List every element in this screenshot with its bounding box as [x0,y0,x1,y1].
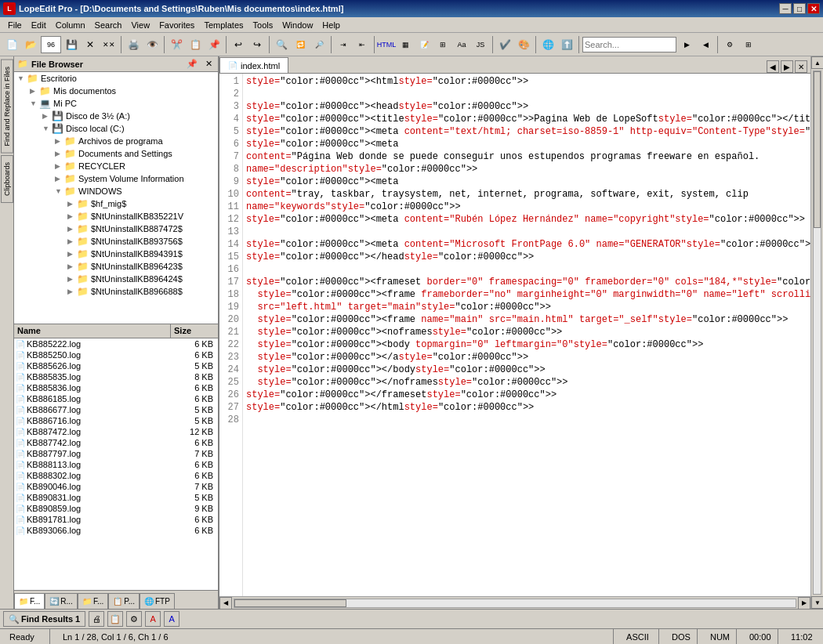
maximize-button[interactable]: □ [793,3,806,14]
tree-expander[interactable]: ▶ [67,212,77,220]
table-button[interactable]: ▦ [397,36,414,53]
menu-item-tools[interactable]: Tools [248,19,278,31]
file-list-row[interactable]: 📄KB888302.log6 KB [14,470,218,481]
tree-item[interactable]: ▶📁$NtUninstallKB887472$ [14,223,218,235]
tree-item[interactable]: ▶📁$NtUninstallKB896688$ [14,285,218,298]
fr-btn4[interactable]: A [145,611,161,627]
tab-prev-button[interactable]: ◀ [767,60,779,73]
vscroll-thumb[interactable] [814,71,821,228]
code-content[interactable]: style="color:#0000cc"><htmlstyle="color:… [243,74,810,596]
script-button[interactable]: JS [472,36,489,53]
fr-btn1[interactable]: 🖨 [89,611,104,627]
search-back-button[interactable]: ◀ [697,36,714,53]
hscroll-right[interactable]: ▶ [798,597,810,610]
tree-expander[interactable]: ▶ [67,237,77,245]
menu-item-view[interactable]: View [126,19,154,31]
upload-button[interactable]: ⬆️ [558,36,575,53]
file-list-row[interactable]: 📄KB887472.log12 KB [14,426,218,437]
tree-expander[interactable]: ▶ [67,262,77,270]
file-list-row[interactable]: 📄KB888113.log6 KB [14,459,218,470]
close-all-button[interactable]: ✕✕ [100,36,118,53]
vscroll-down[interactable]: ▼ [811,596,823,609]
preview-button[interactable]: 👁️ [143,36,161,53]
search-input[interactable] [582,37,676,52]
fb-bottom-tab-3[interactable]: 📋P... [108,593,140,609]
editor-tab-index-html[interactable]: 📄 index.html [219,57,288,73]
vscroll-up[interactable]: ▲ [811,56,823,69]
tree-expander[interactable]: ▶ [30,87,39,95]
file-list-row[interactable]: 📄KB887742.log6 KB [14,437,218,448]
tree-item[interactable]: ▼💾Disco local (C:) [14,122,218,135]
tree-expander[interactable]: ▼ [30,99,39,107]
indent-button[interactable]: ⇥ [335,36,352,53]
tree-expander[interactable]: ▶ [67,275,77,283]
tree-item[interactable]: ▼💻Mi PC [14,97,218,110]
fr-btn5[interactable]: A [164,611,179,627]
file-list-row[interactable]: 📄KB886677.log5 KB [14,404,218,415]
file-list-row[interactable]: 📄KB885250.log6 KB [14,349,218,360]
copy-button[interactable]: 📋 [187,36,204,53]
color-button[interactable]: 🎨 [515,36,532,53]
tree-item[interactable]: ▶📁System Volume Information [14,172,218,185]
menu-item-search[interactable]: Search [90,19,127,31]
paste-button[interactable]: 📌 [205,36,223,53]
fr-btn2[interactable]: 📋 [107,611,123,627]
tree-expander[interactable]: ▶ [55,162,64,170]
tree-item[interactable]: ▶📁RECYCLER [14,160,218,172]
menu-item-help[interactable]: Help [317,19,345,31]
tree-item[interactable]: ▶💾Disco de 3½ (A:) [14,110,218,122]
extra-btn2[interactable]: ⊞ [740,36,757,53]
tree-item[interactable]: ▶📁$NtUninstallKB894391$ [14,248,218,260]
tree-expander[interactable]: ▶ [67,225,77,233]
replace-button[interactable]: 🔁 [292,36,309,53]
tree-expander[interactable]: ▶ [67,250,77,258]
frame-button[interactable]: ⊞ [434,36,451,53]
code-editor[interactable]: 1234567891011121314151617181920212223242… [219,74,810,596]
file-list-row[interactable]: 📄KB885835.log8 KB [14,371,218,382]
cut-button[interactable]: ✂️ [168,36,185,53]
menu-item-window[interactable]: Window [277,19,317,31]
menu-item-favorites[interactable]: Favorites [154,19,199,31]
file-list-row[interactable]: 📄KB885626.log5 KB [14,360,218,371]
tree-expander[interactable]: ▼ [17,74,27,82]
hscroll-track[interactable] [234,599,796,608]
fr-btn3[interactable]: ⚙ [126,611,142,627]
tree-expander[interactable]: ▶ [67,200,77,208]
tree-item[interactable]: ▶📁$NtUninstallKB893756$ [14,235,218,248]
file-list-row[interactable]: 📄KB890831.log5 KB [14,492,218,503]
extra-btn1[interactable]: ⚙ [721,36,738,53]
form-button[interactable]: 📝 [415,36,433,53]
tab-next-button[interactable]: ▶ [781,60,793,73]
clipboards-tab[interactable]: Clipboards [1,155,13,203]
find-results-tab[interactable]: 🔍 Find Results 1 [3,611,85,627]
new-button[interactable]: 📄 [3,36,20,53]
tree-item[interactable]: ▼📁Escritorio [14,72,218,85]
tree-item[interactable]: ▶📁$NtUninstallKB835221V [14,210,218,223]
menu-item-file[interactable]: File [3,19,27,31]
redo-button[interactable]: ↪ [248,36,266,53]
open-button[interactable]: 📂 [22,36,39,53]
fb-bottom-tab-2[interactable]: 📁F... [78,593,108,609]
tree-item[interactable]: ▼📁WINDOWS [14,185,218,197]
menu-item-column[interactable]: Column [51,19,90,31]
editor-hscrollbar[interactable]: ◀ ▶ [219,596,810,609]
minimize-button[interactable]: ─ [779,3,792,14]
file-list-row[interactable]: 📄KB890859.log9 KB [14,503,218,514]
hscroll-thumb[interactable] [234,599,346,607]
unindent-button[interactable]: ⇤ [353,36,371,53]
tree-expander[interactable]: ▶ [55,175,64,183]
tree-item[interactable]: ▶📁Archivos de programa [14,135,218,147]
fb-pin-button[interactable]: 📌 [184,58,200,70]
menu-item-edit[interactable]: Edit [27,19,51,31]
style-button[interactable]: Aa [453,36,470,53]
fb-bottom-tab-1[interactable]: 🔄R... [45,593,78,609]
editor-vscrollbar[interactable]: ▲ ▼ [810,56,823,609]
findall-button[interactable]: 🔎 [310,36,328,53]
file-list-row[interactable]: 📄KB890046.log7 KB [14,481,218,492]
tree-expander[interactable]: ▶ [55,150,64,157]
fb-bottom-tab-0[interactable]: 📁F... [14,593,45,609]
file-list-row[interactable]: 📄KB886716.log5 KB [14,415,218,426]
folder-tree[interactable]: ▼📁Escritorio▶📁Mis documentos▼💻Mi PC▶💾Dis… [14,72,218,324]
file-list-row[interactable]: 📄KB891781.log6 KB [14,514,218,525]
menu-item-templates[interactable]: Templates [199,19,248,31]
